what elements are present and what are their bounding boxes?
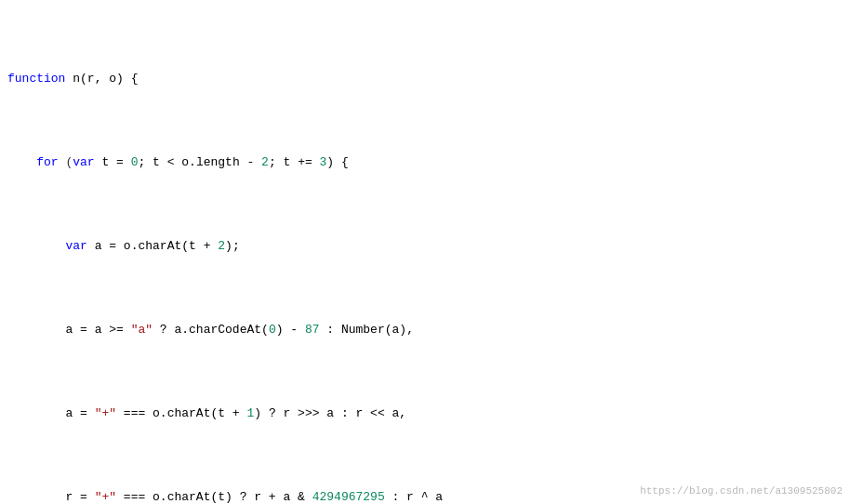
watermark: https://blog.csdn.net/a1309525802	[640, 485, 843, 497]
code-line-3: var a = o.charAt(t + 2);	[0, 238, 850, 255]
code-viewer: function n(r, o) { for (var t = 0; t < o…	[0, 0, 850, 504]
code-block: function n(r, o) { for (var t = 0; t < o…	[0, 0, 850, 504]
code-line-2: for (var t = 0; t < o.length - 2; t += 3…	[0, 154, 850, 171]
code-line-4: a = a >= "a" ? a.charCodeAt(0) - 87 : Nu…	[0, 322, 850, 338]
code-line-1: function n(r, o) {	[0, 71, 850, 87]
code-line-5: a = "+" === o.charAt(t + 1) ? r >>> a : …	[0, 405, 850, 422]
